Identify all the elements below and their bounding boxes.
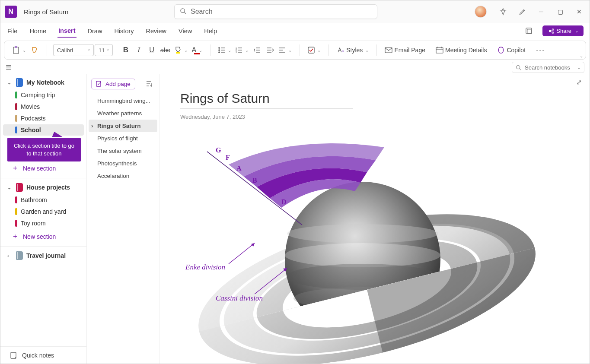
notebook-icon bbox=[16, 78, 23, 87]
svg-rect-2 bbox=[526, 28, 532, 34]
italic-button[interactable]: I bbox=[133, 44, 145, 57]
section-bathroom[interactable]: Bathroom bbox=[3, 194, 84, 206]
page-title[interactable]: Rings of Saturn bbox=[180, 91, 353, 109]
ring-label-c: C bbox=[270, 190, 275, 198]
ribbon-toolbar: ⌄ Cailbri 11 B I U abc ⌄ A⌄ ⌄ 123⌄ ⌄ ⌄ ɑ… bbox=[4, 41, 586, 60]
quick-notes-button[interactable]: Quick notes bbox=[0, 346, 87, 364]
premium-icon[interactable] bbox=[495, 4, 511, 19]
pen-icon[interactable] bbox=[514, 4, 530, 19]
svg-rect-5 bbox=[15, 46, 17, 48]
section-camping-trip[interactable]: Camping trip bbox=[3, 89, 84, 101]
format-painter-button[interactable] bbox=[29, 44, 41, 57]
share-label: Share bbox=[556, 28, 571, 34]
new-section-button-2[interactable]: ＋New section bbox=[0, 229, 86, 244]
notebook-search-input[interactable]: Search notebooks ⌄ bbox=[512, 62, 584, 73]
highlight-button[interactable]: ⌄ bbox=[173, 44, 189, 57]
search-icon bbox=[180, 8, 186, 16]
page-list-panel: Add page Hummingbird wing... Weather pat… bbox=[87, 74, 159, 364]
paste-button[interactable]: ⌄ bbox=[10, 44, 28, 57]
section-school[interactable]: School bbox=[3, 124, 84, 136]
section-garden-and-yard[interactable]: Garden and yard bbox=[3, 206, 84, 217]
tab-history[interactable]: History bbox=[113, 25, 134, 37]
annotation-cassini: Cassini division bbox=[216, 294, 263, 303]
share-button[interactable]: Share ⌄ bbox=[542, 25, 584, 36]
page-item[interactable]: Hummingbird wing... bbox=[89, 95, 157, 107]
notebook-icon bbox=[16, 183, 23, 192]
tab-insert[interactable]: Insert bbox=[57, 25, 77, 38]
document-title: Rings of Saturn bbox=[24, 8, 68, 16]
ring-label-f: F bbox=[226, 154, 230, 161]
nav-toggle-button[interactable]: ☰ bbox=[6, 63, 11, 71]
tab-view[interactable]: View bbox=[178, 25, 193, 37]
ring-label-a: A bbox=[236, 165, 242, 172]
notebook-label: House projects bbox=[26, 184, 70, 191]
svg-point-8 bbox=[219, 47, 220, 48]
search-placeholder: Search bbox=[191, 8, 213, 16]
page-item[interactable]: Physics of flight bbox=[89, 132, 157, 145]
add-page-button[interactable]: Add page bbox=[91, 79, 135, 89]
font-color-button[interactable]: A⌄ bbox=[190, 44, 204, 57]
global-search-input[interactable]: Search bbox=[174, 4, 377, 19]
svg-text:3: 3 bbox=[236, 51, 237, 53]
bullet-list-button[interactable]: ⌄ bbox=[217, 44, 233, 57]
fullscreen-icon[interactable]: ⤢ bbox=[576, 78, 582, 86]
numbered-list-button[interactable]: 123⌄ bbox=[234, 44, 250, 57]
page-item[interactable]: The solar system bbox=[89, 145, 157, 157]
svg-rect-32 bbox=[436, 47, 443, 53]
sort-pages-button[interactable] bbox=[143, 77, 155, 90]
notebook-house-projects[interactable]: ⌄ House projects bbox=[3, 181, 84, 194]
page-item[interactable]: Rings of Saturn bbox=[89, 120, 157, 132]
notebook-label: Travel journal bbox=[26, 252, 66, 259]
svg-point-12 bbox=[219, 52, 220, 53]
tab-draw[interactable]: Draw bbox=[87, 25, 103, 37]
font-size-select[interactable]: 11 bbox=[95, 44, 113, 56]
page-canvas[interactable]: ⤢ Rings of Saturn Wednesday, June 7, 202… bbox=[159, 74, 590, 364]
notebook-icon bbox=[16, 251, 23, 260]
outdent-button[interactable] bbox=[251, 44, 263, 57]
minimize-button[interactable]: ─ bbox=[533, 4, 549, 19]
meeting-details-button[interactable]: Meeting Details bbox=[434, 44, 489, 57]
indent-button[interactable] bbox=[264, 44, 276, 57]
todo-tag-button[interactable]: ⌄ bbox=[306, 44, 322, 57]
maximize-button[interactable]: ▢ bbox=[552, 4, 568, 19]
user-avatar[interactable] bbox=[475, 6, 487, 18]
tab-home[interactable]: Home bbox=[29, 25, 47, 37]
title-bar: N Rings of Saturn Search ─ ▢ ✕ bbox=[0, 0, 590, 23]
notebook-travel-journal[interactable]: › Travel journal bbox=[3, 249, 84, 262]
section-podcasts[interactable]: Podcasts bbox=[3, 113, 84, 124]
copilot-button[interactable]: Copilot bbox=[495, 44, 527, 57]
ribbon-expand-icon[interactable]: ⌄ bbox=[580, 54, 583, 58]
svg-point-10 bbox=[219, 50, 220, 51]
notebook-my-notebook[interactable]: ⌄ My Notebook bbox=[3, 76, 84, 89]
more-commands-button[interactable]: ··· bbox=[534, 44, 547, 57]
email-page-button[interactable]: Email Page bbox=[383, 44, 427, 57]
onenote-app-icon: N bbox=[5, 6, 17, 18]
feed-icon[interactable] bbox=[521, 23, 536, 39]
secondary-bar: ☰ Search notebooks ⌄ bbox=[0, 61, 590, 74]
page-item[interactable]: Photosynthesis bbox=[89, 157, 157, 170]
svg-rect-31 bbox=[385, 47, 392, 53]
font-name-select[interactable]: Cailbri bbox=[53, 44, 94, 56]
chevron-right-icon: › bbox=[7, 253, 13, 258]
notebook-label: My Notebook bbox=[26, 79, 64, 86]
underline-button[interactable]: U bbox=[146, 44, 158, 57]
align-button[interactable]: ⌄ bbox=[277, 44, 293, 57]
strikethrough-button[interactable]: abc bbox=[159, 44, 172, 57]
chevron-down-icon: ⌄ bbox=[7, 185, 13, 190]
section-movies[interactable]: Movies bbox=[3, 101, 84, 112]
tab-file[interactable]: File bbox=[6, 25, 18, 37]
menu-tabs-row: File Home Insert Draw History Review Vie… bbox=[0, 23, 590, 39]
styles-button[interactable]: ɑStyles⌄ bbox=[335, 44, 370, 57]
section-toy-room[interactable]: Toy room bbox=[3, 218, 84, 229]
new-section-button-1[interactable]: ＋New section bbox=[0, 161, 86, 175]
tab-help[interactable]: Help bbox=[203, 25, 218, 37]
page-item[interactable]: Accelaration bbox=[89, 170, 157, 182]
close-button[interactable]: ✕ bbox=[571, 4, 587, 19]
ring-label-b: B bbox=[252, 177, 257, 184]
page-item[interactable]: Weather patterns bbox=[89, 107, 157, 120]
ring-label-g: G bbox=[216, 146, 221, 154]
page-date: Wednesday, June 7, 2023 bbox=[180, 114, 245, 120]
bold-button[interactable]: B bbox=[120, 44, 132, 57]
tab-review[interactable]: Review bbox=[145, 25, 168, 37]
coach-tooltip: Click a section title to go to that sect… bbox=[7, 138, 81, 161]
